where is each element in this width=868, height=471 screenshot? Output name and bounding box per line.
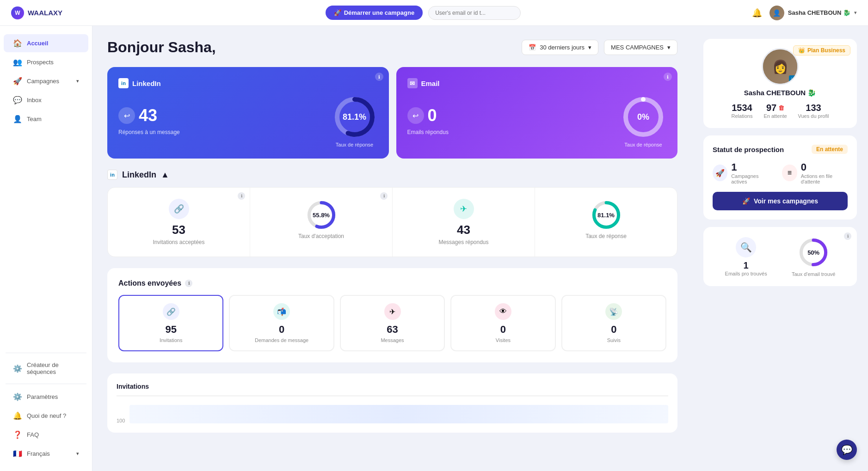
date-filter-label: 30 derniers jours <box>540 44 585 51</box>
team-icon: 👤 <box>13 115 22 123</box>
en-attente-label: En attente <box>763 113 787 119</box>
stat-icon-row: ↩ 43 <box>118 106 180 125</box>
chart-bar <box>129 405 668 423</box>
email-rate-donut: 50% Taux d'email trouvé <box>792 236 835 277</box>
sidebar-item-label: Campagnes <box>27 78 59 85</box>
sidebar-item-campagnes[interactable]: 🚀 Campagnes ▾ <box>4 72 88 90</box>
top-stat-cards: in LinkedIn ℹ ↩ 43 Réponses à un message <box>107 67 677 159</box>
linkedin-section-icon: in <box>107 170 117 180</box>
linkedin-avatar-icon: in <box>789 75 797 84</box>
prosp-stat-number: 1 <box>731 161 771 173</box>
user-area[interactable]: 👤 Sasha CHETBOUN 🐉 ▾ <box>770 6 857 20</box>
acceptance-donut: 55.8% <box>305 199 338 231</box>
sidebar-divider <box>6 353 86 353</box>
logo-text: WAALAXY <box>28 9 62 17</box>
search-input[interactable] <box>428 6 521 20</box>
prosp-stat-number: 0 <box>801 161 848 173</box>
follow-icon: 📡 <box>605 303 622 320</box>
bell-icon: 🔔 <box>13 411 22 420</box>
info-icon[interactable]: ℹ <box>238 192 245 200</box>
profile-avatar: 👩 in <box>762 48 799 85</box>
prospects-icon: 👥 <box>13 58 22 67</box>
action-card-message-requests[interactable]: 📬 0 Demandes de message <box>229 295 334 351</box>
header-row: Bonjour Sasha, 📅 30 derniers jours ▾ MES… <box>107 39 677 56</box>
chevron-down-icon: ▾ <box>588 44 591 51</box>
email-stat-card: ✉ Email ℹ ↩ 0 Emails répondus <box>396 67 678 159</box>
email-stat: ↩ 0 Emails répondus <box>407 106 449 135</box>
user-name: Sasha CHETBOUN 🐉 <box>788 9 850 16</box>
donut-chart: 81.1% <box>332 94 378 140</box>
logo: W WAALAXY <box>11 6 94 19</box>
faq-icon: ❓ <box>13 430 22 439</box>
action-card-invitations[interactable]: 🔗 95 Invitations <box>118 295 223 351</box>
chevron-down-icon: ▾ <box>76 78 79 84</box>
sidebar-item-label: Français <box>27 450 50 457</box>
linkedin-section-header: in LinkedIn ▲ <box>107 170 677 180</box>
sidebar-item-inbox[interactable]: 💬 Inbox <box>4 91 88 109</box>
sidebar-item-settings[interactable]: ⚙️ Paramètres <box>4 388 88 406</box>
profile-stats: 1534 Relations 97 🗑 En attente 133 Vues … <box>713 103 848 119</box>
info-icon[interactable]: ℹ <box>185 280 192 287</box>
voir-campagnes-button[interactable]: 🚀 Voir mes campagnes <box>713 192 848 210</box>
action-card-visites[interactable]: 👁 0 Visites <box>450 295 555 351</box>
action-cards: 🔗 95 Invitations 📬 0 Demandes de message… <box>118 295 666 351</box>
action-label: Visites <box>457 337 549 343</box>
email-card-title: Email <box>421 80 440 87</box>
linkedin-card-title: LinkedIn <box>132 80 161 87</box>
sidebar-item-label: Team <box>27 116 42 122</box>
voir-campagnes-label: Voir mes campagnes <box>754 197 818 205</box>
sidebar-item-team[interactable]: 👤 Team <box>4 110 88 128</box>
stat-number: 53 <box>119 223 239 237</box>
campaign-filter-dropdown[interactable]: MES CAMPAGNES ▾ <box>604 40 677 55</box>
logo-icon: W <box>11 6 24 19</box>
avatar: 👤 <box>770 6 784 20</box>
chart-title: Invitations <box>117 383 668 390</box>
linkedin-stat-card: in LinkedIn ℹ ↩ 43 Réponses à un message <box>107 67 389 159</box>
stat-circle-icon: ↩ <box>118 107 135 124</box>
actions-title: Actions envoyées <box>118 279 181 287</box>
linkedin-stats-grid: ℹ 🔗 53 Invitations acceptées ℹ 55.8% Tau… <box>107 187 677 257</box>
sidebar-item-language[interactable]: 🇫🇷 Français ▾ <box>4 445 88 463</box>
queue-icon: ≡ <box>782 165 797 181</box>
sidebar-item-accueil[interactable]: 🏠 Accueil <box>4 34 88 52</box>
notification-bell-icon[interactable]: 🔔 <box>752 8 762 18</box>
sidebar-item-sequence-creator[interactable]: ⚙️ Créateur de séquences <box>4 357 88 380</box>
queue-actions-stat: ≡ 0 Actions en file d'attente <box>782 161 848 184</box>
linkedin-card-header: in LinkedIn <box>118 78 378 88</box>
search-email-icon: 🔍 <box>736 237 756 257</box>
info-icon[interactable]: ℹ <box>664 73 672 81</box>
action-count: 0 <box>568 324 660 336</box>
sidebar-item-whats-new[interactable]: 🔔 Quoi de neuf ? <box>4 407 88 425</box>
home-icon: 🏠 <box>13 39 22 48</box>
donut-value: 55.8% <box>313 212 330 219</box>
plan-badge[interactable]: 👑 Plan Business <box>793 45 850 55</box>
sidebar-item-label: Quoi de neuf ? <box>27 412 66 419</box>
chart-placeholder: 100 <box>117 396 668 423</box>
send-icon: ✈ <box>384 303 401 320</box>
sidebar-item-faq[interactable]: ❓ FAQ <box>4 426 88 444</box>
info-icon[interactable]: ℹ <box>844 232 851 240</box>
mail-icon: 📬 <box>273 303 290 320</box>
donut-label: Taux de réponse <box>332 142 378 147</box>
chevron-down-icon: ▾ <box>854 10 857 16</box>
rocket-btn-icon: 🚀 <box>742 197 750 205</box>
date-filter-dropdown[interactable]: 📅 30 derniers jours ▾ <box>522 40 598 55</box>
action-card-suivis[interactable]: 📡 0 Suivis <box>561 295 666 351</box>
email-card-header: ✉ Email <box>407 78 667 88</box>
sidebar-item-label: Prospects <box>27 59 54 66</box>
rocket-icon: 🚀 <box>334 9 341 16</box>
stat-label: Taux de réponse <box>546 233 666 239</box>
donut-label: Taux de réponse <box>620 142 666 147</box>
linkedin-donut: 81.1% Taux de réponse <box>332 94 378 147</box>
prosp-stat-label: Campagnes actives <box>731 173 771 184</box>
start-campaign-button[interactable]: 🚀 Démarrer une campagne <box>326 6 423 20</box>
sidebar-divider-2 <box>6 384 86 384</box>
sidebar-item-prospects[interactable]: 👥 Prospects <box>4 53 88 71</box>
action-card-messages[interactable]: ✈ 63 Messages <box>340 295 445 351</box>
profile-stat-vues: 133 Vues du profil <box>798 103 829 119</box>
email-rate-value: 50% <box>807 249 819 256</box>
info-icon[interactable]: ℹ <box>375 73 383 81</box>
info-icon[interactable]: ℹ <box>380 192 388 200</box>
chat-bubble[interactable]: 💬 <box>837 440 857 460</box>
email-count: 1 <box>725 260 767 271</box>
